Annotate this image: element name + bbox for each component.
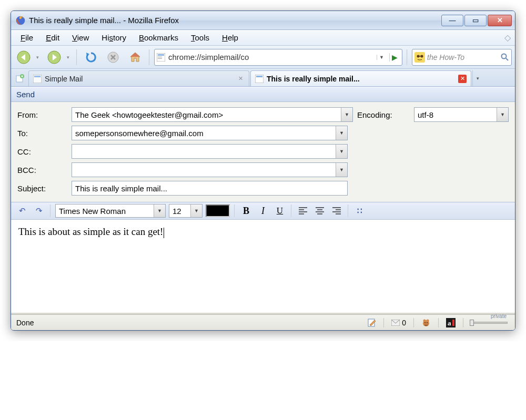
svg-rect-6	[158, 57, 162, 57]
status-text: Done	[16, 319, 360, 327]
private-slider[interactable]: private	[469, 318, 510, 327]
font-size-combo[interactable]: 12 ▼	[169, 204, 203, 218]
subject-label: Subject:	[17, 184, 67, 193]
font-family-combo[interactable]: Times New Roman ▼	[55, 204, 166, 218]
menu-file[interactable]: File	[15, 32, 38, 44]
align-center-button[interactable]	[313, 204, 327, 218]
titlebar[interactable]: This is really simple mail... - Mozilla …	[11, 11, 515, 30]
undo-button[interactable]: ↶	[15, 204, 29, 218]
reload-button[interactable]	[82, 48, 100, 66]
mail-favicon-icon	[33, 75, 42, 83]
dropdown-icon[interactable]: ▼	[154, 204, 165, 217]
window-controls: — ▭ ✕	[441, 15, 512, 26]
dropdown-icon[interactable]: ▼	[336, 126, 347, 140]
tab-label: This is really simple mail...	[267, 75, 455, 83]
throbber-icon: ◇	[504, 33, 511, 43]
address-bar[interactable]: chrome://simplemail/co ▼ ▶	[154, 49, 402, 66]
tabs-list-dropdown[interactable]: ▾	[472, 70, 483, 86]
svg-point-23	[427, 319, 429, 322]
subject-value: This is really simple mail...	[75, 184, 167, 193]
home-button[interactable]	[126, 48, 145, 66]
editor-toolbar: ↶ ↷ Times New Roman ▼ 12 ▼ B I U ∷	[11, 202, 515, 220]
menubar: File Edit View History Bookmarks Tools H…	[11, 30, 515, 46]
menu-bookmarks[interactable]: Bookmarks	[134, 32, 184, 44]
notepad-icon[interactable]	[366, 317, 378, 328]
menu-view[interactable]: View	[67, 32, 94, 44]
close-button[interactable]: ✕	[488, 15, 512, 26]
message-body[interactable]: This is about as simple as it can get!	[11, 220, 515, 314]
toolbar-overflow-button[interactable]: ∷	[353, 204, 367, 218]
svg-text:a: a	[448, 319, 451, 327]
back-button[interactable]	[14, 48, 33, 66]
stop-button[interactable]	[104, 48, 123, 66]
to-combo[interactable]: somepersonsomewhere@gmail.com ▼	[72, 126, 348, 140]
dropdown-icon[interactable]: ▼	[336, 163, 347, 177]
italic-button[interactable]: I	[256, 204, 270, 218]
menu-tools[interactable]: Tools	[186, 32, 215, 44]
minimize-button[interactable]: —	[441, 15, 463, 26]
cc-combo[interactable]: ▼	[72, 144, 348, 159]
tab-label: Simple Mail	[45, 75, 233, 83]
to-value: somepersonsomewhere@gmail.com	[75, 129, 204, 138]
menu-edit[interactable]: Edit	[41, 32, 65, 44]
encoding-value: utf-8	[418, 110, 433, 119]
page-favicon	[157, 53, 165, 62]
svg-rect-8	[414, 52, 425, 63]
dropdown-icon[interactable]: ▼	[497, 108, 508, 121]
mail-count[interactable]: 0	[389, 317, 408, 328]
encoding-label: Encoding:	[357, 110, 410, 119]
private-label: private	[491, 313, 507, 319]
from-combo[interactable]: The Geek <howtogeektester@gmail.com> ▼	[72, 107, 353, 122]
align-left-button[interactable]	[296, 204, 310, 218]
cc-label: CC:	[17, 147, 67, 156]
back-dropdown[interactable]: ▾	[36, 55, 42, 60]
new-tab-button[interactable]	[13, 70, 27, 86]
redo-button[interactable]: ↷	[32, 204, 46, 218]
from-label: From:	[17, 110, 67, 119]
underline-button[interactable]: U	[273, 204, 287, 218]
compose-toolbar: Send	[11, 87, 515, 102]
encoding-combo[interactable]: utf-8 ▼	[414, 107, 509, 122]
tab-close-icon[interactable]: ✕	[236, 75, 245, 83]
dropdown-icon[interactable]: ▼	[190, 204, 202, 217]
forward-dropdown[interactable]: ▾	[67, 55, 72, 60]
firefox-icon	[15, 15, 26, 26]
send-button[interactable]: Send	[16, 90, 35, 99]
window-title: This is really simple mail... - Mozilla …	[29, 16, 441, 25]
dropdown-icon[interactable]: ▼	[336, 145, 347, 158]
bold-button[interactable]: B	[239, 204, 253, 218]
adblock-icon[interactable]: a	[444, 317, 458, 329]
text-color-button[interactable]	[206, 204, 230, 217]
from-value: The Geek <howtogeektester@gmail.com>	[75, 110, 223, 119]
tab-compose[interactable]: This is really simple mail... ✕	[250, 70, 471, 86]
menu-help[interactable]: Help	[217, 32, 244, 44]
body-text: This is about as simple as it can get!	[18, 226, 163, 237]
statusbar: Done 0 a private	[11, 314, 515, 330]
menu-history[interactable]: History	[96, 32, 132, 44]
svg-rect-11	[419, 56, 421, 57]
greasemonkey-icon[interactable]	[419, 317, 433, 329]
svg-rect-7	[158, 58, 162, 59]
forward-button[interactable]	[45, 48, 64, 66]
search-engine-icon[interactable]	[414, 52, 425, 63]
dropdown-icon[interactable]: ▼	[341, 108, 352, 121]
svg-point-9	[417, 55, 420, 57]
bcc-label: BCC:	[17, 166, 67, 175]
tab-close-icon[interactable]: ✕	[458, 75, 467, 83]
svg-point-10	[421, 55, 423, 57]
svg-rect-16	[34, 76, 41, 77]
subject-input[interactable]: This is really simple mail...	[72, 181, 348, 196]
align-right-button[interactable]	[330, 204, 343, 218]
navigation-toolbar: ▾ ▾ chrome://simplemail/co ▼ ▶ the How-T…	[11, 46, 515, 69]
to-label: To:	[17, 129, 67, 138]
tab-simple-mail[interactable]: Simple Mail ✕	[28, 70, 249, 86]
svg-rect-18	[256, 76, 262, 77]
search-bar[interactable]: the How-To	[412, 49, 512, 66]
maximize-button[interactable]: ▭	[464, 15, 487, 26]
search-placeholder: the How-To	[427, 53, 499, 62]
svg-point-12	[502, 54, 507, 58]
bcc-combo[interactable]: ▼	[72, 162, 348, 177]
url-dropdown[interactable]: ▼	[377, 55, 386, 60]
search-go-icon[interactable]	[501, 53, 509, 62]
go-button[interactable]: ▶	[389, 53, 400, 62]
